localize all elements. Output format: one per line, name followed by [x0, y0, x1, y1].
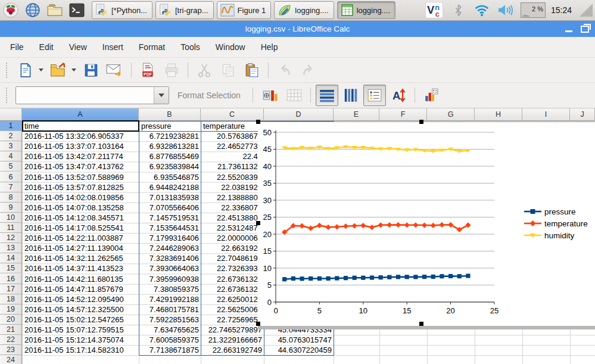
- cell-B4[interactable]: 6.8776855469: [139, 151, 201, 161]
- selection-handle[interactable]: [419, 322, 423, 326]
- cell-A14[interactable]: 2016-11-05 14:32:11.262565: [23, 253, 139, 263]
- cell-C10[interactable]: 22.45138804: [201, 213, 264, 223]
- menu-tools[interactable]: Tools: [173, 39, 208, 55]
- taskbar-window-2[interactable]: Figure 1: [217, 1, 272, 19]
- launcher-terminal[interactable]: [67, 1, 86, 20]
- column-header-A[interactable]: A: [22, 108, 139, 121]
- cell-C22[interactable]: 21.3229166667: [201, 335, 264, 345]
- cell-C5[interactable]: 21.73611323: [201, 161, 264, 172]
- chart-type-button[interactable]: [259, 85, 282, 106]
- automatic-layout-button[interactable]: [420, 85, 443, 106]
- column-header-J[interactable]: J: [570, 108, 595, 121]
- cell-C1[interactable]: temperature: [201, 121, 264, 131]
- chevron-down-icon[interactable]: [39, 69, 43, 71]
- row-header-24[interactable]: 24: [0, 355, 22, 364]
- chart-element-combobox[interactable]: [15, 86, 169, 104]
- paste-button[interactable]: [241, 60, 263, 81]
- row-header-8[interactable]: 8: [0, 192, 22, 203]
- cell-B23[interactable]: 7.7138671875: [139, 345, 201, 355]
- column-header-I[interactable]: I: [522, 108, 570, 121]
- menu-format[interactable]: Format: [131, 39, 173, 55]
- row-header-2[interactable]: 2: [0, 131, 22, 141]
- cell-A11[interactable]: 2016-11-05 14:17:08.525541: [23, 223, 139, 233]
- cell-A2[interactable]: 2016-11-05 13:32:06.905337: [23, 131, 139, 141]
- cell-B1[interactable]: pressure: [139, 121, 201, 131]
- cell-A8[interactable]: 2016-11-05 14:02:08.019856: [23, 192, 139, 203]
- cell-B19[interactable]: 7.4680175781: [139, 304, 201, 315]
- cell-D23[interactable]: 44.6307220459: [264, 345, 334, 355]
- chevron-down-icon[interactable]: [154, 87, 169, 104]
- cell-A5[interactable]: 2016-11-05 13:47:07.413762: [23, 161, 139, 172]
- cell-B13[interactable]: 7.2446289063: [139, 243, 201, 253]
- column-header-F[interactable]: F: [379, 108, 427, 121]
- menu-insert[interactable]: Insert: [95, 39, 131, 55]
- row-header-9[interactable]: 9: [0, 203, 22, 213]
- cell-C19[interactable]: 22.56250063: [201, 304, 264, 315]
- row-header-22[interactable]: 22: [0, 335, 22, 345]
- chevron-down-icon[interactable]: [71, 69, 76, 71]
- cell-A1[interactable]: time: [23, 121, 139, 131]
- row-header-1[interactable]: 1: [0, 121, 22, 131]
- cell-B14[interactable]: 7.3283691406: [139, 253, 201, 263]
- cell-B6[interactable]: 6.935546875: [139, 172, 201, 182]
- row-header-3[interactable]: 3: [0, 141, 22, 151]
- cell-A16[interactable]: 2016-11-05 14:42:11.680135: [23, 274, 139, 284]
- column-header-E[interactable]: E: [334, 108, 379, 121]
- cell-C2[interactable]: 20.57638676: [201, 131, 264, 141]
- cell-A3[interactable]: 2016-11-05 13:37:07.103164: [23, 141, 139, 151]
- cell-C3[interactable]: 22.46527735: [201, 141, 264, 151]
- bluetooth-icon[interactable]: [449, 1, 468, 20]
- minimize-button[interactable]: [565, 30, 572, 32]
- launcher-web-browser[interactable]: [23, 1, 42, 20]
- cell-B15[interactable]: 7.3930664063: [139, 263, 201, 273]
- vnc-icon[interactable]: Vnc: [425, 1, 444, 20]
- cell-A12[interactable]: 2016-11-05 14:22:11.003887: [23, 233, 139, 243]
- cell-C7[interactable]: 22.0381927: [201, 182, 264, 192]
- row-header-7[interactable]: 7: [0, 182, 22, 192]
- cell-C14[interactable]: 22.70486195: [201, 253, 264, 263]
- cell-A17[interactable]: 2016-11-05 14:47:11.857679: [23, 284, 139, 294]
- column-header-D[interactable]: D: [264, 108, 334, 121]
- cell-C12[interactable]: 22.00000063: [201, 233, 264, 243]
- open-button[interactable]: [47, 60, 70, 81]
- cell-D22[interactable]: 45.0763015747: [264, 335, 334, 345]
- cell-B9[interactable]: 7.0705566406: [139, 203, 201, 213]
- selection-handle[interactable]: [256, 221, 260, 225]
- row-header-19[interactable]: 19: [0, 304, 22, 315]
- volume-icon[interactable]: [497, 1, 515, 20]
- cell-C4[interactable]: 22.43: [201, 151, 264, 161]
- row-header-10[interactable]: 10: [0, 213, 22, 223]
- cell-B3[interactable]: 6.9328613281: [139, 141, 201, 151]
- cell-B22[interactable]: 7.6005859375: [139, 335, 201, 345]
- row-header-16[interactable]: 16: [0, 274, 22, 284]
- row-header-15[interactable]: 15: [0, 263, 22, 273]
- cell-A20[interactable]: 2016-11-05 15:02:12.547265: [23, 315, 139, 325]
- selection-handle[interactable]: [256, 120, 260, 124]
- cell-A7[interactable]: 2016-11-05 13:57:07.812825: [23, 182, 139, 192]
- taskbar-window-3[interactable]: logging....: [274, 1, 334, 19]
- cell-A15[interactable]: 2016-11-05 14:37:11.413523: [23, 263, 139, 273]
- row-header-5[interactable]: 5: [0, 161, 22, 172]
- row-header-14[interactable]: 14: [0, 253, 22, 263]
- cell-C17[interactable]: 22.67361323: [201, 284, 264, 294]
- cell-C6[interactable]: 22.55208396: [201, 172, 264, 182]
- selection-handle[interactable]: [256, 322, 260, 326]
- cell-B18[interactable]: 7.4291992188: [139, 294, 201, 304]
- row-header-21[interactable]: 21: [0, 325, 22, 335]
- selection-handle[interactable]: [419, 120, 423, 124]
- menu-edit[interactable]: Edit: [32, 39, 61, 55]
- cell-B7[interactable]: 6.9448242188: [139, 182, 201, 192]
- cell-A10[interactable]: 2016-11-05 14:12:08.345571: [23, 213, 139, 223]
- cell-B8[interactable]: 7.0131835938: [139, 192, 201, 203]
- scale-text-button[interactable]: A: [387, 85, 410, 106]
- maximize-button[interactable]: [581, 26, 589, 33]
- new-document-button[interactable]: [14, 60, 37, 81]
- cell-B10[interactable]: 7.1457519531: [139, 213, 201, 223]
- cell-A9[interactable]: 2016-11-05 14:07:08.135258: [23, 203, 139, 213]
- launcher-menu[interactable]: [1, 1, 20, 20]
- launcher-file-manager[interactable]: [45, 1, 64, 20]
- row-header-18[interactable]: 18: [0, 294, 22, 304]
- menu-view[interactable]: View: [61, 39, 95, 55]
- row-header-11[interactable]: 11: [0, 223, 22, 233]
- column-header-B[interactable]: B: [139, 108, 201, 121]
